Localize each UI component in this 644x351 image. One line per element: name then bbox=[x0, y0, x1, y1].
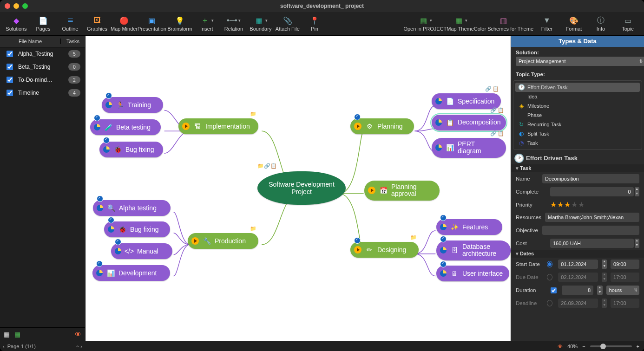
spinner-down-icon[interactable]: ▼ bbox=[635, 192, 639, 196]
field-complete-input[interactable] bbox=[550, 187, 634, 196]
file-row[interactable]: To-Do-mind…2 bbox=[0, 73, 85, 86]
topic-type-item[interactable]: Phase bbox=[515, 110, 640, 120]
node-beta-testing[interactable]: 🧪Beta testing bbox=[90, 119, 161, 135]
node-planning[interactable]: ⚙Planning bbox=[350, 118, 414, 134]
zoom-in-icon[interactable]: + bbox=[637, 344, 639, 349]
field-duration-value[interactable] bbox=[562, 286, 593, 295]
field-duration-check[interactable] bbox=[551, 287, 557, 293]
maximize-icon[interactable] bbox=[22, 3, 28, 9]
star-icon[interactable]: ★ bbox=[564, 200, 571, 209]
field-due-date[interactable] bbox=[558, 273, 598, 282]
file-checkbox[interactable] bbox=[7, 51, 13, 57]
pager-up-icon[interactable]: › bbox=[74, 345, 79, 347]
field-start-time[interactable] bbox=[611, 260, 639, 269]
toolbar-solutions[interactable]: ◆Solutions bbox=[3, 12, 30, 35]
star-icon[interactable]: ★ bbox=[571, 200, 578, 209]
field-objective-input[interactable] bbox=[542, 226, 639, 235]
minimize-icon[interactable] bbox=[13, 3, 19, 9]
column-tasks[interactable]: Tasks bbox=[60, 39, 85, 44]
close-icon[interactable] bbox=[5, 3, 10, 9]
node-label: Training bbox=[128, 101, 151, 109]
toolbar-brainstorm[interactable]: 💡Brainstorm bbox=[166, 12, 193, 35]
solution-select[interactable]: Project Management bbox=[516, 57, 644, 66]
field-deadline-date[interactable] bbox=[558, 299, 598, 308]
toolbar-attach-file[interactable]: 📎Attach File bbox=[274, 12, 301, 35]
field-due-time[interactable] bbox=[611, 273, 639, 282]
toolbar-format[interactable]: 🎨Format bbox=[560, 12, 587, 35]
eye-icon[interactable]: 👁 bbox=[75, 331, 81, 338]
pager-prev-icon[interactable]: ‹ bbox=[3, 344, 5, 349]
spinner-down-icon[interactable]: ▼ bbox=[635, 243, 639, 248]
toolbar-open-in-project[interactable]: ▦▾Open in PROJECT bbox=[403, 12, 447, 35]
toolbar-pin[interactable]: 📍Pin bbox=[301, 12, 328, 35]
node-center[interactable]: 📁🔗📋Software Development Project bbox=[257, 171, 346, 205]
toolbar-color-schemes-for-theme[interactable]: ▥Color Schemes for Theme bbox=[474, 12, 533, 35]
toolbar-map-minder[interactable]: 🔴Map Minder bbox=[111, 12, 138, 35]
file-row[interactable]: Beta_Testing0 bbox=[0, 60, 85, 73]
node-production[interactable]: 📁🔧Production bbox=[188, 233, 258, 249]
toolbar-outline[interactable]: ≣Outline bbox=[57, 12, 84, 35]
topic-type-item[interactable]: ◐Split Task bbox=[515, 129, 640, 138]
file-row[interactable]: Timeline4 bbox=[0, 86, 85, 99]
node-pert-diagram[interactable]: 🔗📋📊PERT diagram bbox=[432, 138, 506, 158]
node-development[interactable]: 📊Development bbox=[92, 265, 170, 281]
node-bug-fixing[interactable]: 🐞Bug fixing bbox=[104, 221, 170, 237]
column-filename[interactable]: File Name bbox=[0, 39, 60, 44]
toolbar-pages[interactable]: 📄Pages bbox=[30, 12, 57, 35]
node-implementation[interactable]: 📁🏗Implementation bbox=[178, 118, 258, 134]
toolbar-boundary[interactable]: ▦▾Boundary bbox=[247, 12, 274, 35]
eye-status-icon[interactable]: 👁 bbox=[558, 344, 563, 349]
file-checkbox[interactable] bbox=[7, 64, 13, 70]
node-training[interactable]: 🏃Training bbox=[102, 97, 163, 113]
node-user-interface[interactable]: 🖥User interface bbox=[436, 266, 509, 281]
field-deadline-radio[interactable] bbox=[547, 300, 553, 306]
toolbar-graphics[interactable]: 🖼Graphics bbox=[84, 12, 111, 35]
group-dates[interactable]: Dates bbox=[511, 250, 644, 258]
toolbar-topic[interactable]: ▭Topic bbox=[614, 12, 641, 35]
topic-type-item[interactable]: Idea bbox=[515, 92, 640, 101]
field-resources-input[interactable] bbox=[545, 213, 639, 222]
zoom-slider[interactable] bbox=[590, 345, 632, 347]
field-start-radio[interactable] bbox=[547, 261, 553, 267]
pager-next-icon[interactable]: › bbox=[80, 344, 82, 349]
node-database-architecture[interactable]: 🗄Database architecture bbox=[436, 240, 511, 260]
field-name-input[interactable] bbox=[542, 174, 639, 183]
toolbar-relation[interactable]: •─•▾Relation bbox=[220, 12, 247, 35]
field-deadline-time[interactable] bbox=[611, 299, 639, 308]
field-duration-unit[interactable]: hours bbox=[606, 286, 639, 295]
toolbar-info[interactable]: ⓘInfo bbox=[587, 12, 614, 35]
toolbar-filter[interactable]: ▼Filter bbox=[533, 12, 560, 35]
node-alpha-testing[interactable]: 🔍Alpha testing bbox=[93, 200, 171, 216]
toolbar-presentation[interactable]: ▣Presentation bbox=[138, 12, 166, 35]
node-planning-approval[interactable]: M📅Planning approval bbox=[364, 181, 440, 201]
file-row[interactable]: Alpha_Testing5 bbox=[0, 47, 85, 60]
toolbar-map-theme[interactable]: ▦▾Map Theme bbox=[447, 12, 474, 35]
spinner-up-icon[interactable]: ▲ bbox=[635, 239, 639, 243]
group-task[interactable]: Task bbox=[511, 164, 644, 172]
spinner-up-icon[interactable]: ▲ bbox=[635, 187, 639, 192]
star-icon[interactable]: ★ bbox=[557, 200, 564, 209]
toolbar-insert[interactable]: ＋▾Insert bbox=[193, 12, 220, 35]
zoom-out-icon[interactable]: − bbox=[582, 344, 585, 349]
file-checkbox[interactable] bbox=[7, 90, 13, 96]
node-decomposition[interactable]: 🔗📋📋Decomposition bbox=[432, 115, 506, 130]
star-icon[interactable]: ★ bbox=[550, 200, 557, 209]
node-designing[interactable]: 📁✏Designing bbox=[350, 242, 419, 258]
node-bug-fixing[interactable]: 🐞Bug fixing bbox=[99, 142, 163, 157]
canvas[interactable]: 📁🔗📋Software Development Project📁🏗Impleme… bbox=[85, 36, 511, 351]
node-features[interactable]: ✨Features bbox=[436, 219, 502, 235]
panel-icon-2[interactable]: ▦ bbox=[14, 331, 20, 338]
topic-type-item[interactable]: ↻Recurring Task bbox=[515, 120, 640, 129]
star-icon[interactable]: ★ bbox=[578, 200, 585, 209]
panel-icon-1[interactable]: ▦ bbox=[4, 331, 10, 338]
node-specification[interactable]: ✉🔗📋📄Specification bbox=[432, 93, 501, 109]
field-priority-stars[interactable]: ★★★★★ bbox=[550, 200, 639, 209]
file-checkbox[interactable] bbox=[7, 77, 13, 83]
field-start-date[interactable] bbox=[558, 260, 598, 269]
topic-type-item[interactable]: ◔Task bbox=[515, 138, 640, 148]
topic-type-item[interactable]: ◈Milestone bbox=[515, 101, 640, 110]
node-manual[interactable]: </>Manual bbox=[111, 243, 172, 259]
field-cost-input[interactable] bbox=[550, 239, 634, 248]
field-due-radio[interactable] bbox=[547, 274, 553, 280]
topic-type-item[interactable]: 🕑Effort Driven Task bbox=[515, 83, 640, 92]
